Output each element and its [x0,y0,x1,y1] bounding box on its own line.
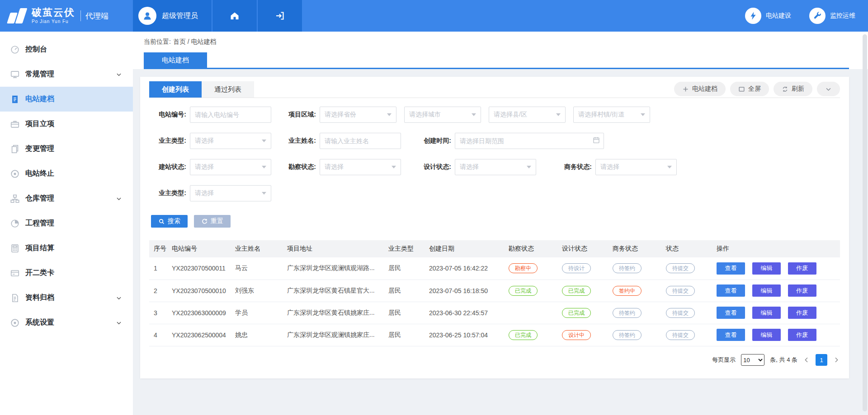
filter-label: 项目区域: [279,111,320,119]
business-status-badge: 待签约 [613,330,642,340]
tab-create-list[interactable]: 创建列表 [149,81,202,98]
sidebar-item-change-mgmt[interactable]: 变更管理 [0,136,133,161]
void-button[interactable]: 作废 [788,329,816,341]
view-button[interactable]: 查看 [717,262,745,275]
edit-button[interactable]: 编辑 [752,307,781,319]
filter-owner-name: 业主姓名: [279,133,401,149]
page-number-1[interactable]: 1 [816,354,827,366]
nav-monitor-ops[interactable]: 监控运维 [809,8,855,24]
sidebar-item-engineering-mgmt[interactable]: 工程管理 [0,211,133,236]
design-status-badge: 设计中 [562,330,591,340]
panel-actions: 电站建档 全屏 刷新 [674,82,840,96]
station-code-input[interactable] [190,107,271,123]
filter-label: 业主类型: [149,137,190,145]
caret-down-icon [556,113,561,116]
owner-name-input[interactable] [320,133,401,149]
sidebar-item-project-settlement[interactable]: 项目结算 [0,236,133,261]
topbar-nav: 电站建设 监控运维 [745,8,868,24]
caret-down-icon [392,166,396,168]
caret-down-icon [262,192,266,195]
user-menu[interactable]: 超级管理员 [133,0,212,32]
col-design: 设计状态 [557,240,608,257]
sidebar-item-data-archive[interactable]: 资料归档 [0,285,133,310]
document-icon [10,94,20,104]
nav-station-build[interactable]: 电站建设 [745,8,791,24]
page-tab-station-archive[interactable]: 电站建档 [144,52,207,68]
logout-button[interactable] [258,0,303,32]
city-select[interactable]: 请选择城市 [404,107,481,123]
fullscreen-button[interactable]: 全屏 [730,82,769,96]
design-status-select[interactable]: 请选择 [455,159,536,175]
table-row: 3 YX2023063000009 学员 广东深圳龙华区黄石镇姚家庄... 居民… [149,302,840,324]
sidebar-item-console[interactable]: 控制台 [0,37,133,62]
file-copy-icon [10,144,20,154]
date-range-input[interactable] [455,133,604,149]
business-status-select[interactable]: 请选择 [595,159,677,175]
refresh-icon [782,86,788,93]
owner-type-select[interactable]: 请选择 [190,133,271,149]
sidebar-item-project-initiation[interactable]: 项目立项 [0,112,133,136]
sidebar-item-station-archive[interactable]: 电站建档 [0,87,133,112]
next-page-button[interactable] [833,356,840,364]
plus-icon [682,86,689,93]
business-status-badge: 待签约 [613,308,642,318]
void-button[interactable]: 作废 [788,307,816,319]
reset-icon [201,218,208,225]
view-button[interactable]: 查看 [717,307,745,319]
void-button[interactable]: 作废 [788,284,816,297]
topbar: 破茧云伏 Po Jian Yun Fu 代理端 超级管理员 电站建设 [0,0,868,32]
caret-down-icon [262,166,266,168]
add-station-button[interactable]: 电站建档 [674,82,726,96]
table-row: 2 YX2023070500010 刘强东 广东深圳龙华区黄石镇星官大... 居… [149,280,840,302]
district-select[interactable]: 请选择县/区 [489,107,566,123]
sidebar-item-open-card[interactable]: 开二类卡 [0,261,133,285]
owner-type-select-2[interactable]: 请选择 [190,185,271,201]
user-name: 超级管理员 [162,11,198,21]
collapse-button[interactable] [817,82,840,96]
edit-button[interactable]: 编辑 [752,262,781,275]
chevron-down-icon [116,320,122,326]
status-badge: 待提交 [666,286,695,296]
sidebar-item-system-settings[interactable]: 系统设置 [0,310,133,335]
edit-button[interactable]: 编辑 [752,284,781,297]
tab-passed-list[interactable]: 通过列表 [202,81,254,98]
view-button[interactable]: 查看 [717,284,745,297]
sitemap-icon [10,194,20,204]
chevron-down-icon [825,86,832,93]
col-created: 创建日期 [425,240,504,257]
survey-status-select[interactable]: 请选择 [320,159,401,175]
edit-button[interactable]: 编辑 [752,329,781,341]
reset-button[interactable]: 重置 [194,215,231,228]
build-status-select[interactable]: 请选择 [190,159,271,175]
view-button[interactable]: 查看 [717,329,745,341]
filter-business-status: 商务状态: 请选择 [555,159,677,175]
per-page-label: 每页显示 [712,356,736,364]
town-select[interactable]: 请选择村镇/街道 [573,107,650,123]
sidebar-item-warehouse-mgmt[interactable]: 仓库管理 [0,186,133,211]
monitor-icon [10,70,20,79]
filter-label: 建站状态: [149,163,190,171]
pie-chart-icon [10,219,20,228]
prev-page-button[interactable] [803,356,810,364]
pagination: 每页显示 10 条, 共 4 条 1 [712,354,840,366]
sidebar-item-general-mgmt[interactable]: 常规管理 [0,62,133,87]
search-button[interactable]: 搜索 [151,215,188,228]
survey-status-badge: 勘察中 [509,263,538,273]
home-button[interactable] [212,0,258,32]
breadcrumb-path[interactable]: 首页 / 电站建档 [173,38,217,46]
province-select[interactable]: 请选择省份 [320,107,396,123]
col-address: 项目地址 [283,240,384,257]
design-status-badge: 待设计 [562,263,591,273]
refresh-button[interactable]: 刷新 [774,82,812,96]
col-owner: 业主姓名 [231,240,283,257]
sidebar-item-station-termination[interactable]: 电站终止 [0,161,133,186]
caret-down-icon [387,113,392,116]
void-button[interactable]: 作废 [788,262,816,275]
caret-down-icon [527,166,531,168]
col-status: 状态 [661,240,712,257]
per-page-select[interactable]: 10 [741,354,764,366]
scrollbar[interactable] [863,34,867,411]
calculator-icon [10,243,20,253]
lightning-icon [745,8,761,24]
design-status-badge: 已完成 [562,286,591,296]
